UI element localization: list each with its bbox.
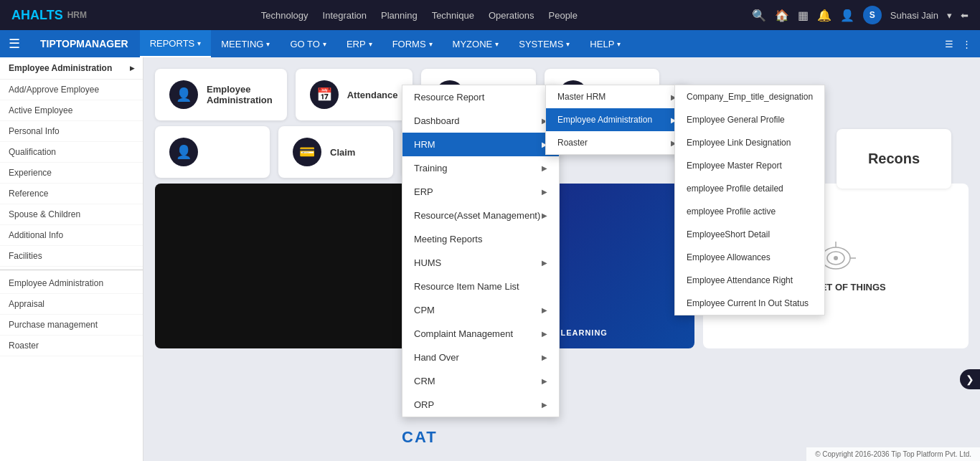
help-caret: ▾ (617, 40, 621, 48)
nav-menu-icon[interactable]: ☰ (945, 39, 953, 49)
dropdown-cpm[interactable]: CPM ▶ (402, 298, 559, 322)
hrm-submenu: Master HRM ▶ Employee Administration ▶ R… (545, 85, 689, 155)
hrm-submenu-roaster[interactable]: Roaster ▶ (546, 131, 688, 154)
crm-arrow: ▶ (542, 377, 547, 385)
card-claim[interactable]: 💳 Claim (278, 126, 393, 178)
emp-submenu-in-out[interactable]: Employee Current In Out Status (675, 292, 824, 315)
sidebar-item-additional[interactable]: Additional Info (0, 225, 143, 246)
sidebar-item-appraisal[interactable]: Appraisal (0, 294, 143, 315)
nav-erp[interactable]: ERP ▾ (336, 30, 382, 57)
emp-submenu-link[interactable]: Employee Link Designation (675, 131, 824, 154)
sidebar-item-purchase[interactable]: Purchase management (0, 315, 143, 336)
sidebar-collapse-icon[interactable]: ▸ (130, 63, 134, 73)
dropdown-handover[interactable]: Hand Over ▶ (402, 346, 559, 369)
logout-icon[interactable]: ⬅ (961, 10, 969, 21)
user-name[interactable]: Suhasi Jain (890, 10, 938, 21)
emp-submenu-company[interactable]: Company_Emp_title_designation (675, 85, 824, 108)
sidebar-item-active[interactable]: Active Employee (0, 100, 143, 121)
nav-items: REPORTS ▾ MEETING ▾ GO TO ▾ ERP ▾ FORMS … (140, 30, 631, 57)
dropdown-meeting-reports[interactable]: Meeting Reports (402, 227, 559, 251)
nav-technique[interactable]: Technique (432, 10, 474, 21)
dropdown-resource-report[interactable]: Resource Report (402, 85, 559, 109)
emp-admin-submenu: Company_Emp_title_designation Employee G… (674, 85, 825, 315)
user-caret: ▾ (947, 10, 952, 21)
nav-forms[interactable]: FORMS ▾ (382, 30, 443, 57)
sidebar-item-roaster[interactable]: Roaster (0, 336, 143, 356)
card-attendance[interactable]: 📅 Attendance (296, 69, 413, 120)
logo-ahalts: AHALTS (11, 8, 63, 23)
svg-point-2 (834, 256, 838, 260)
hamburger-icon[interactable]: ☰ (9, 36, 20, 52)
nav-meeting[interactable]: MEETING ▾ (211, 30, 280, 57)
scroll-indicator[interactable]: ❯ (960, 369, 980, 389)
dropdown-complaint[interactable]: Complaint Management ▶ (402, 322, 559, 346)
dropdown-resource-item[interactable]: Resource Item Name List (402, 275, 559, 298)
sidebar-item-reference[interactable]: Reference (0, 184, 143, 204)
bell-icon[interactable]: 🔔 (817, 9, 831, 22)
home-icon[interactable]: 🏠 (775, 9, 789, 22)
nav-help[interactable]: HELP ▾ (580, 30, 631, 57)
dropdown-hums[interactable]: HUMS ▶ (402, 251, 559, 275)
nav-reports[interactable]: REPORTS ▾ (140, 30, 212, 57)
dropdown-crm[interactable]: CRM ▶ (402, 369, 559, 393)
erp-caret: ▾ (369, 40, 372, 48)
tiptop-label: TIPTOPMANAGER (29, 38, 140, 49)
complaint-arrow: ▶ (542, 330, 547, 338)
search-icon[interactable]: 🔍 (752, 9, 766, 22)
nav-people[interactable]: People (549, 10, 578, 21)
blue-banner-area: MACHINE LEARNING INTERNET OF THINGS (143, 184, 980, 348)
user-icon[interactable]: 👤 (840, 9, 854, 22)
dropdown-training[interactable]: Training ▶ (402, 156, 559, 180)
sidebar-item-spouse[interactable]: Spouse & Children (0, 204, 143, 225)
sidebar-item-add-approve[interactable]: Add/Approve Employee (0, 80, 143, 100)
myzone-caret: ▾ (495, 40, 499, 48)
systems-caret: ▾ (566, 40, 570, 48)
nav-myzone[interactable]: MYZONE ▾ (443, 30, 509, 57)
attendance-icon: 📅 (310, 80, 339, 109)
card-person[interactable]: 👤 (155, 126, 270, 178)
nav-operations[interactable]: Operations (489, 10, 534, 21)
recons-label: Recons (854, 151, 934, 167)
logo-hrm: HRM (67, 10, 87, 20)
left-sidebar: Employee Administration ▸ Add/Approve Em… (0, 57, 143, 461)
nav-technology[interactable]: Technology (261, 10, 308, 21)
reports-caret: ▾ (197, 39, 201, 47)
nav-end: ☰ ⋮ (945, 39, 971, 49)
main-content: 👤 EmployeeAdministration 📅 Attendance 💰 … (143, 57, 980, 461)
second-nav: ☰ TIPTOPMANAGER REPORTS ▾ MEETING ▾ GO T… (0, 30, 980, 57)
card-employee-admin[interactable]: 👤 EmployeeAdministration (155, 69, 287, 120)
sidebar-item-facilities[interactable]: Facilities (0, 246, 143, 267)
emp-submenu-master[interactable]: Employee Master Report (675, 154, 824, 177)
erp-arrow: ▶ (542, 188, 547, 196)
nav-integration[interactable]: Integration (323, 10, 367, 21)
emp-submenu-short[interactable]: EmployeeShort Detail (675, 223, 824, 246)
dropdown-dashboard[interactable]: Dashboard ▶ (402, 109, 559, 133)
grid-icon[interactable]: ▦ (798, 9, 809, 22)
hrm-submenu-master[interactable]: Master HRM ▶ (546, 85, 688, 108)
dropdown-erp[interactable]: ERP ▶ (402, 180, 559, 204)
dropdown-hrm[interactable]: HRM ▶ (402, 133, 559, 156)
sidebar-item-personal[interactable]: Personal Info (0, 121, 143, 142)
hrm-submenu-emp-admin[interactable]: Employee Administration ▶ (546, 108, 688, 131)
cpm-arrow: ▶ (542, 306, 547, 314)
forms-caret: ▾ (429, 40, 433, 48)
emp-submenu-general[interactable]: Employee General Profile (675, 108, 824, 131)
top-nav: AHALTS HRM Technology Integration Planni… (0, 0, 980, 30)
nav-dots[interactable]: ⋮ (962, 39, 971, 49)
sidebar-item-qualification[interactable]: Qualification (0, 142, 143, 163)
emp-submenu-profile-detailed[interactable]: employee Profile detailed (675, 177, 824, 200)
recons-card[interactable]: Recons (837, 129, 951, 189)
emp-submenu-profile-active[interactable]: employee Profile active (675, 200, 824, 223)
user-avatar[interactable]: S (863, 6, 882, 24)
nav-systems[interactable]: SYSTEMS ▾ (509, 30, 580, 57)
nav-goto[interactable]: GO TO ▾ (280, 30, 336, 57)
top-nav-links: Technology Integration Planning Techniqu… (104, 10, 735, 21)
emp-submenu-allowances[interactable]: Employee Allowances (675, 246, 824, 269)
sidebar-item-experience[interactable]: Experience (0, 163, 143, 184)
emp-submenu-attendance-right[interactable]: Employee Attendance Right (675, 269, 824, 292)
sidebar-item-emp-admin[interactable]: Employee Administration (0, 273, 143, 294)
dropdown-resource-asset[interactable]: Resource(Asset Management) ▶ (402, 204, 559, 227)
dropdown-orp[interactable]: ORP ▶ (402, 393, 559, 417)
sidebar-section2: Employee Administration Appraisal Purcha… (0, 273, 143, 356)
nav-planning[interactable]: Planning (381, 10, 418, 21)
